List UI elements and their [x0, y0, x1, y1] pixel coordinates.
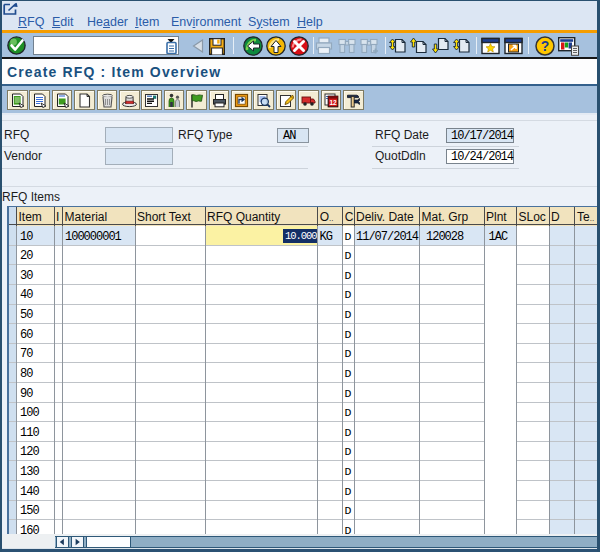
svg-text:12: 12 — [329, 99, 337, 106]
svg-text:?: ? — [541, 38, 550, 54]
